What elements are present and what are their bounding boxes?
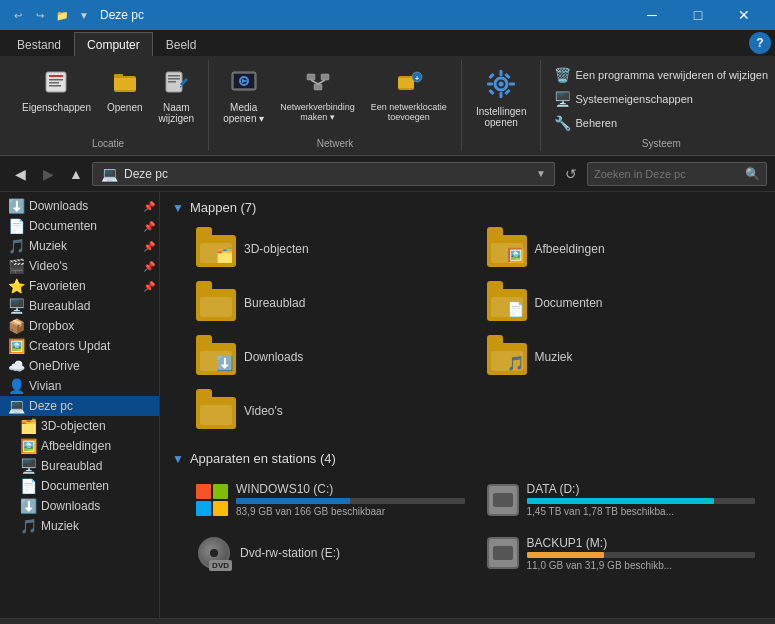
downloads-icon: ⬇️ — [8, 198, 25, 214]
sidebar-item-onedrive[interactable]: ☁️ OneDrive — [0, 356, 159, 376]
search-box[interactable]: 🔍 — [587, 162, 767, 186]
folder-muziek-icon: 🎵 — [487, 339, 527, 375]
drive-windows[interactable]: WINDOWS10 (C:) 83,9 GB van 166 GB beschi… — [188, 476, 473, 523]
sidebar-item-vivian[interactable]: 👤 Vivian — [0, 376, 159, 396]
folders-grid: 🗂️ 3D-objecten 🖼️ Afbeeldingen Bu — [188, 225, 763, 435]
svg-rect-27 — [500, 70, 503, 76]
sidebar-item-bureaublad2[interactable]: 🖥️ Bureaublad — [0, 456, 159, 476]
folder-3d[interactable]: 🗂️ 3D-objecten — [188, 225, 473, 273]
drive-dvd[interactable]: DVD Dvd-rw-station (E:) — [188, 529, 473, 577]
toolbar-back-btn[interactable]: ↩ — [8, 5, 28, 25]
svg-rect-17 — [321, 74, 329, 80]
netwerkverbinding-button[interactable]: Netwerkverbindingmaken ▾ — [274, 64, 361, 126]
folder-bureaublad[interactable]: Bureaublad — [188, 279, 473, 327]
drive-d-name: DATA (D:) — [527, 482, 756, 496]
sidebar-item-dropbox[interactable]: 📦 Dropbox — [0, 316, 159, 336]
sidebar-label-onedrive: OneDrive — [29, 359, 155, 373]
favorieten-icon: ⭐ — [8, 278, 25, 294]
sidebar-item-deze-pc[interactable]: 💻 Deze pc — [0, 396, 159, 416]
ribbon: Bestand Computer Beeld ? Eigenschappen O… — [0, 30, 775, 156]
toolbar-folder-icon: 📁 — [52, 5, 72, 25]
forward-button[interactable]: ▶ — [36, 162, 60, 186]
up-button[interactable]: ▲ — [64, 162, 88, 186]
sidebar-item-afbeeldingen[interactable]: 🖼️ Afbeeldingen — [0, 436, 159, 456]
svg-rect-30 — [509, 83, 515, 86]
sidebar-item-muziek[interactable]: 🎵 Muziek 📌 — [0, 236, 159, 256]
sidebar-item-muziek2[interactable]: 🎵 Muziek — [0, 516, 159, 536]
toolbar-dropdown-btn[interactable]: ▼ — [74, 5, 94, 25]
sidebar-label-muziek: Muziek — [29, 239, 139, 253]
folder-muziek[interactable]: 🎵 Muziek — [479, 333, 764, 381]
svg-rect-16 — [307, 74, 315, 80]
folder-downloads[interactable]: ⬇️ Downloads — [188, 333, 473, 381]
svg-rect-9 — [168, 75, 180, 77]
svg-rect-31 — [488, 73, 494, 79]
sidebar-label-3d: 3D-objecten — [41, 419, 155, 433]
openen-button[interactable]: Openen — [101, 64, 149, 117]
tab-computer[interactable]: Computer — [74, 32, 153, 56]
search-input[interactable] — [594, 168, 741, 180]
naam-wijzigen-button[interactable]: Naamwijzigen — [153, 64, 201, 128]
videos-pin: 📌 — [143, 261, 155, 272]
instellingen-items: Instellingenopenen — [470, 60, 533, 149]
title-bar-controls: ─ □ ✕ — [629, 0, 767, 30]
drives-section-header[interactable]: ▼ Apparaten en stations (4) — [172, 451, 763, 466]
verwijderen-button[interactable]: 🗑️ Een programma verwijderen of wijzigen — [549, 64, 773, 86]
instellingen-button[interactable]: Instellingenopenen — [470, 64, 533, 132]
drive-c-bar-fill — [236, 498, 350, 504]
naam-wijzigen-icon — [162, 68, 190, 100]
vivian-icon: 👤 — [8, 378, 25, 394]
sidebar-item-bureaublad[interactable]: 🖥️ Bureaublad — [0, 296, 159, 316]
folders-section-header[interactable]: ▼ Mappen (7) — [172, 200, 763, 215]
address-dropdown-btn[interactable]: ▼ — [536, 168, 546, 179]
title-bar-left: ↩ ↪ 📁 ▼ Deze pc — [8, 5, 144, 25]
title-bar: ↩ ↪ 📁 ▼ Deze pc ─ □ ✕ — [0, 0, 775, 30]
beheren-button[interactable]: 🔧 Beheren — [549, 112, 773, 134]
folder-3d-icon: 🗂️ — [196, 231, 236, 267]
close-button[interactable]: ✕ — [721, 0, 767, 30]
drives-grid: WINDOWS10 (C:) 83,9 GB van 166 GB beschi… — [188, 476, 763, 577]
eigenschappen-button[interactable]: Eigenschappen — [16, 64, 97, 117]
openen-icon — [111, 68, 139, 100]
toolbar-forward-btn[interactable]: ↪ — [30, 5, 50, 25]
tab-bestand[interactable]: Bestand — [4, 32, 74, 56]
window-title: Deze pc — [100, 8, 144, 22]
sidebar-item-creators[interactable]: 🖼️ Creators Updat — [0, 336, 159, 356]
sidebar-item-downloads[interactable]: ⬇️ Downloads 📌 — [0, 196, 159, 216]
netwerklocatie-icon: + — [395, 68, 423, 100]
maximize-button[interactable]: □ — [675, 0, 721, 30]
folder-documenten[interactable]: 📄 Documenten — [479, 279, 764, 327]
help-button[interactable]: ? — [749, 32, 771, 54]
documenten-pin: 📌 — [143, 221, 155, 232]
media-openen-label: Mediaopenen ▾ — [223, 102, 264, 124]
minimize-button[interactable]: ─ — [629, 0, 675, 30]
drive-data[interactable]: DATA (D:) 1,45 TB van 1,78 TB beschikba.… — [479, 476, 764, 523]
sidebar-item-downloads2[interactable]: ⬇️ Downloads — [0, 496, 159, 516]
sidebar-label-creators: Creators Updat — [29, 339, 155, 353]
sidebar-item-favorieten[interactable]: ⭐ Favorieten 📌 — [0, 276, 159, 296]
tab-beeld[interactable]: Beeld — [153, 32, 210, 56]
folder-afb-overlay: 🖼️ — [507, 247, 524, 263]
eigenschappen-icon — [42, 68, 70, 100]
drive-backup[interactable]: BACKUP1 (M:) 11,0 GB van 31,9 GB beschik… — [479, 529, 764, 577]
sidebar-item-videos[interactable]: 🎬 Video's 📌 — [0, 256, 159, 276]
refresh-button[interactable]: ↺ — [559, 162, 583, 186]
sidebar-item-documenten[interactable]: 📄 Documenten 📌 — [0, 216, 159, 236]
backup-hd-inner — [493, 546, 513, 560]
systeemeigenschappen-button[interactable]: 🖥️ Systeemeigenschappen — [549, 88, 773, 110]
folder-videos[interactable]: Video's — [188, 387, 473, 435]
folder-muz-overlay: 🎵 — [507, 355, 524, 371]
sidebar-item-documenten2[interactable]: 📄 Documenten — [0, 476, 159, 496]
address-path[interactable]: 💻 Deze pc ▼ — [92, 162, 555, 186]
sidebar-item-3d-objecten[interactable]: 🗂️ 3D-objecten — [0, 416, 159, 436]
title-bar-toolbar: ↩ ↪ 📁 ▼ — [8, 5, 94, 25]
netwerkverbinding-label: Netwerkverbindingmaken ▾ — [280, 102, 355, 122]
beheren-label: Beheren — [575, 117, 617, 129]
folder-afbeeldingen[interactable]: 🖼️ Afbeeldingen — [479, 225, 764, 273]
dvd-badge: DVD — [209, 560, 232, 571]
netwerklocatie-button[interactable]: + Een netwerklocatietoevoegen — [365, 64, 453, 126]
media-openen-button[interactable]: Mediaopenen ▾ — [217, 64, 270, 128]
svg-rect-2 — [49, 79, 63, 81]
back-button[interactable]: ◀ — [8, 162, 32, 186]
sidebar-label-muziek2: Muziek — [41, 519, 155, 533]
